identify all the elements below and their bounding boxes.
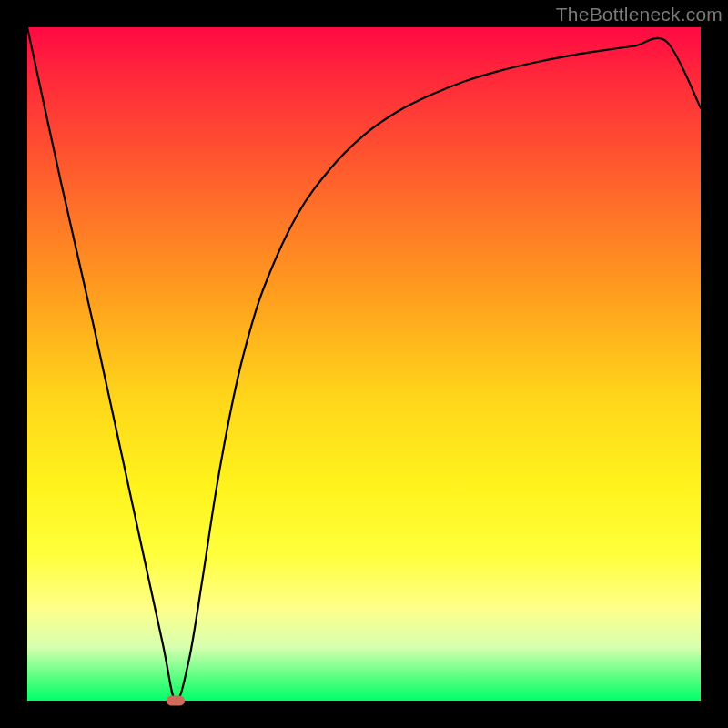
- plot-area: [27, 27, 701, 701]
- bottleneck-curve: [27, 27, 701, 701]
- chart-frame: TheBottleneck.com: [0, 0, 728, 728]
- watermark-text: TheBottleneck.com: [556, 4, 723, 25]
- curve-svg: [27, 27, 701, 701]
- minimum-marker: [167, 696, 185, 706]
